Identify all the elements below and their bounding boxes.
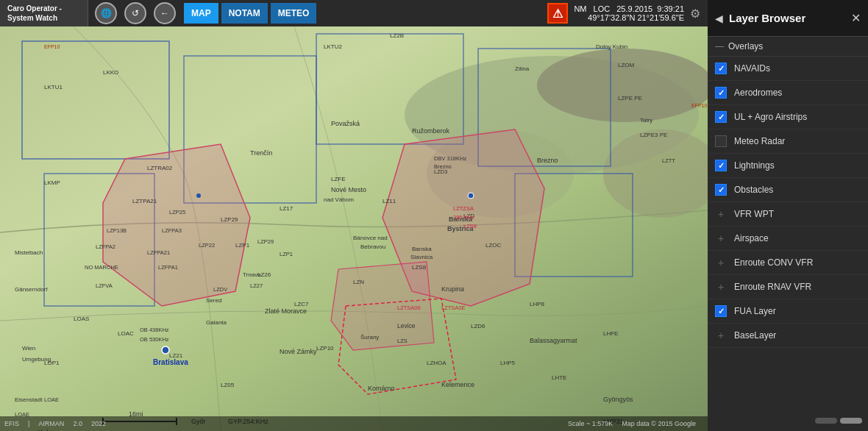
notam-nav-button[interactable]: NOTAM [221,3,268,24]
aerodromes-label: Aerodromes [734,88,782,98]
svg-text:LZP29: LZP29 [257,238,274,245]
svg-text:LZN: LZN [353,279,364,285]
bottom-item-version: 2.0 [68,420,87,427]
lb-title: Layer Browser [729,12,851,24]
svg-text:LZFPA21: LZFPA21 [147,249,170,256]
coordinates-display: 49°17'32.8"N 21°21'59.6"E [588,13,684,22]
navaids-checkbox[interactable]: ✓ [715,63,727,74]
svg-text:LZTSA0E: LZTSA0E [441,304,466,311]
svg-text:LZOM: LZOM [618,62,635,68]
app-title: Caro Operator -System Watch [0,0,88,26]
svg-text:LKMP: LKMP [44,179,60,186]
lb-collapse-button[interactable]: ◀ [715,13,723,24]
lb-item-fua-layer[interactable]: ✓ FUA Layer [708,299,868,324]
svg-text:LOAE: LOAE [44,396,59,403]
svg-text:Brezno: Brezno [537,157,558,164]
svg-text:LZ27: LZ27 [250,282,263,289]
enroute-rnav-plus: + [715,281,727,293]
fua-layer-checkbox[interactable]: ✓ [715,305,727,317]
globe-icon[interactable]: 🌐 [95,2,117,24]
enroute-conv-plus: + [715,257,727,268]
svg-text:Brezno: Brezno [434,163,452,170]
aerodromes-checkbox[interactable]: ✓ [715,87,727,99]
svg-text:Slavnica: Slavnica [410,254,433,260]
topbar: Caro Operator -System Watch 🌐 ↺ ← MAP NO… [0,0,708,26]
enroute-conv-label: Enroute CONV VFR [734,257,813,268]
svg-text:LKTU2: LKTU2 [324,43,342,50]
navaids-label: NAVAIDs [734,63,770,74]
lb-item-enroute-rnav[interactable]: + Enroute RNAV VFR [708,275,868,299]
svg-text:LZP13B: LZP13B [107,227,127,234]
svg-text:LZTSA06: LZTSA06 [397,304,421,311]
svg-text:Bebravou: Bebravou [360,243,385,250]
lb-body: — Overlays ✓ NAVAIDs ✓ Aerodromes ✓ UL +… [708,37,868,431]
svg-text:LZP22: LZP22 [199,242,215,249]
bottom-item-efis: EFIS [0,420,24,427]
lightnings-checkbox[interactable]: ✓ [715,160,727,171]
meteo-radar-checkbox[interactable] [715,135,727,147]
svg-point-16 [196,193,201,198]
svg-text:Bánovce nad: Bánovce nad [353,235,388,241]
vfr-wpt-plus: + [715,208,727,220]
back-icon[interactable]: ← [154,2,176,24]
svg-text:OB 530KHz: OB 530KHz [140,336,169,343]
lb-section-overlays: — Overlays [708,37,868,57]
map-canvas[interactable]: LKTU1 LKKO LKMP LZTRA02 LZTPA21 LZFPA3 L… [0,26,708,431]
svg-text:Nové Zámky: Nové Zámky [280,348,317,355]
map-nav-button[interactable]: MAP [184,3,218,24]
bottom-bar: EFIS | AIRMAN 2.0 2022 Scale ~ 1:579K Ma… [0,416,708,431]
warning-icon[interactable]: ⚠ [547,3,568,24]
obstacles-checkbox[interactable]: ✓ [715,184,727,196]
svg-text:Zlaté Moravce: Zlaté Moravce [265,307,307,315]
vfr-wpt-label: VFR WPT [734,209,774,219]
enroute-rnav-label: Enroute RNAV VFR [734,282,811,292]
lb-item-baselayer[interactable]: + BaseLayer [708,324,868,348]
settings-button[interactable]: ⚙ [690,7,700,21]
svg-text:LZP29: LZP29 [221,216,238,223]
svg-text:Galanta: Galanta [206,319,227,326]
svg-text:LZC7: LZC7 [294,301,309,307]
airspace-plus: + [715,232,727,244]
svg-text:LHP8: LHP8 [530,301,545,307]
lb-item-obstacles[interactable]: ✓ Obstacles [708,178,868,202]
svg-text:LZ05: LZ05 [221,382,235,388]
lb-item-ul-agro[interactable]: ✓ UL + Agro Airstrips [708,105,868,129]
svg-point-15 [162,346,169,354]
svg-text:Bratislava: Bratislava [153,358,188,366]
baselayer-label: BaseLayer [734,330,776,341]
svg-text:LZS8: LZS8 [463,223,477,229]
lb-item-aerodromes[interactable]: ✓ Aerodromes [708,81,868,105]
lightnings-label: Lightnings [734,160,775,171]
svg-text:EFP10: EFP10 [44,44,60,49]
svg-text:LZPE PE: LZPE PE [618,95,642,101]
svg-text:Kelemence: Kelemence [441,381,474,388]
lb-close-button[interactable]: ✕ [851,11,861,25]
svg-text:LZS: LZS [397,338,408,344]
svg-text:LZFPA1: LZFPA1 [158,264,178,271]
refresh-icon[interactable]: ↺ [124,2,146,24]
ul-agro-checkbox[interactable]: ✓ [715,111,727,123]
svg-text:LKKO: LKKO [103,69,118,76]
svg-text:Eisenstadt: Eisenstadt [15,396,43,403]
svg-text:LZHOA: LZHOA [427,360,447,366]
svg-text:Dolny Kubin: Dolny Kubin [596,43,627,50]
svg-text:LZDV: LZDV [213,286,227,293]
scroll-thumb-right[interactable] [840,418,862,424]
lb-item-vfr-wpt[interactable]: + VFR WPT [708,202,868,227]
svg-text:LZP1: LZP1 [280,251,293,257]
lb-item-meteo-radar[interactable]: Meteo Radar [708,129,868,154]
map-area[interactable]: Caro Operator -System Watch 🌐 ↺ ← MAP NO… [0,0,708,431]
bottom-separator: | [24,420,34,427]
svg-text:Nové Mesto: Nové Mesto [331,186,366,193]
svg-text:LZ11: LZ11 [383,198,396,204]
lb-item-airspace[interactable]: + Airspace [708,227,868,251]
bottom-item-airman: AIRMAN [34,420,68,427]
meteo-nav-button[interactable]: METEO [271,3,317,24]
svg-text:LZ17: LZ17 [280,205,294,212]
scroll-thumb-left[interactable] [815,418,837,424]
lb-item-lightnings[interactable]: ✓ Lightnings [708,154,868,178]
lb-item-navaids[interactable]: ✓ NAVAIDs [708,57,868,81]
lb-item-enroute-conv[interactable]: + Enroute CONV VFR [708,251,868,275]
meteo-radar-label: Meteo Radar [734,136,785,146]
scale-text: Scale ~ 1:579K [563,420,617,427]
